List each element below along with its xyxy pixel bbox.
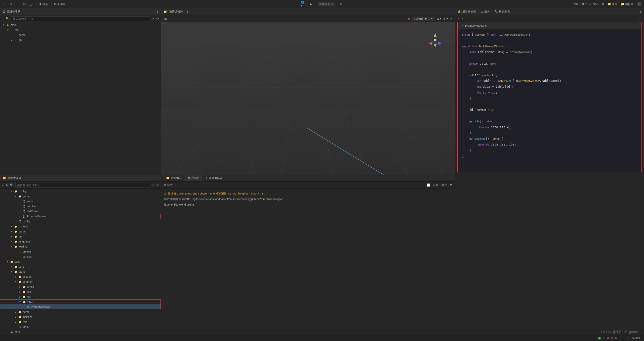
refresh-icon[interactable]: ⟳ [156,183,159,187]
tree-row[interactable]: ▫project [0,249,161,254]
tree-row[interactable]: ▾◆main [0,22,161,27]
add-icon[interactable]: + [2,17,4,20]
clear-button[interactable]: 🗑 清空 [164,183,173,187]
tree-row[interactable]: ▸▫gui [0,37,161,42]
inspector-bottom-empty [455,175,644,340]
tree-row[interactable]: ▸📁role [0,319,161,324]
hierarchy-tab[interactable]: ☰ 层级管理器 ≡ [0,8,161,15]
main-toolbar: + ⟳ ⛶ ▢ ◯ ◈ 锚点 ⬚ 局部坐标 🌐 ▾ ▶ 当前场景 ▾ ⟳ 192… [0,0,644,8]
tree-row[interactable]: { }NetCode [0,209,161,214]
filter-dd[interactable]: All ▾ [441,183,447,187]
menu-icon[interactable]: ≡ [157,177,158,180]
expand-icon[interactable]: ⤢ [639,17,641,20]
square-icon[interactable]: ▢ [22,2,27,6]
refresh-icon[interactable]: ⟳ [9,2,14,6]
tree-row[interactable]: ▸📁core [0,264,161,269]
code-body: import { JsonUtil } from "../../../core/… [458,29,641,172]
tab-console[interactable]: ▤ 控制台 [185,175,202,181]
world-icon[interactable]: 🌐 ▾ [301,2,305,6]
grid-icon[interactable]: ⊞ ▾ [437,17,441,20]
sort-icon[interactable]: ⇅ [6,183,8,187]
add-icon[interactable]: + [3,2,7,6]
tree-row[interactable]: ▸📁net [0,294,161,299]
filter-icon[interactable]: ⚑ [450,183,452,187]
help-icon[interactable]: ? [637,2,641,6]
tree-row[interactable]: ▾📁game [0,269,161,274]
scene-select[interactable]: 当前场景 ▾ [317,2,335,7]
tree-row[interactable]: ▾📁game [0,194,161,199]
tree-row[interactable]: TSMain [0,324,161,329]
refresh-icon[interactable]: ⟳ [156,17,159,20]
copy-icon[interactable]: ⧉ [602,3,604,6]
fwd-icon[interactable]: › [462,17,463,20]
expand-icon[interactable]: ⤢ [152,17,154,20]
tree-row[interactable]: ▸📁gui [0,234,161,239]
watermark: CSDN @dgflash_game [601,330,638,334]
assets-tab[interactable]: 📁 资源管理器 ≡ [0,175,161,182]
reload-icon[interactable]: ⟳ [339,2,343,6]
tab-preview[interactable]: 📁 资源预览 [164,175,184,181]
svg-point-21 [434,39,436,41]
menu-icon[interactable]: ≡ [640,10,641,13]
tree-row[interactable]: { }PromptWindow [0,214,161,219]
tree-row[interactable]: { }config [0,219,161,224]
status-err: ⊘ [611,336,613,340]
status-mem: ⬚ [627,336,629,340]
tree-row[interactable]: ▾📁script [0,259,161,264]
menu-icon[interactable]: ≡ [187,10,188,13]
tree-row[interactable]: ▾📁common [0,279,161,284]
mode-3d-button[interactable]: 3D [164,17,167,20]
hierarchy-tree: ▾◆main ▾▫root ▫game ▸▫gui [0,22,161,175]
project-menu[interactable]: 📁 项目 [608,2,617,6]
tree-row[interactable]: ▸📁account [0,274,161,279]
console-body: ⚠[Build] Unexpected: entry chunk name MG… [161,189,455,340]
tree-row[interactable]: ▫version [0,254,161,259]
tree-row[interactable]: ▸📁demo [0,309,161,314]
back-icon[interactable]: ‹ [458,17,459,20]
tree-row[interactable]: TSPromptWindow [0,304,161,309]
tree-row[interactable]: { }arms [0,199,161,204]
scene-viewport[interactable] [161,22,455,175]
target-icon[interactable]: ◯ [29,2,33,6]
search-icon[interactable]: 🔍 [10,183,13,187]
editor-menu[interactable]: 📁 编辑器 [621,2,633,6]
play-icon[interactable]: ▶ [309,2,313,6]
light-icon[interactable]: ◉ [408,17,410,20]
tree-row[interactable]: ▸📁language [0,239,161,244]
expand-icon[interactable]: ⤢ [152,183,154,187]
tree-row[interactable]: ▾📁config [0,189,161,194]
tree-row[interactable]: ▸📁initialize [0,314,161,319]
gear-icon[interactable]: ⚙ ▾ [443,17,448,20]
regex-check[interactable] [427,183,430,187]
menu-icon[interactable]: ≡ [157,10,158,13]
tree-row[interactable]: ▾📁table [0,299,161,304]
camera-dd[interactable]: Default De… ▾ [412,17,435,21]
tab-services[interactable]: ☁ 服务 [480,10,490,14]
tree-row[interactable]: ▫game [0,32,161,37]
status-bar: ⚠0 ⊘0 ⓘ1 ⬚64:399 [0,335,644,341]
tab-build[interactable]: 🔧 构建发布 [494,10,510,14]
menu-icon[interactable]: ≡ [451,177,452,180]
tree-row[interactable]: ▸📁content [0,224,161,229]
assets-search[interactable] [15,183,150,188]
tree-row[interactable]: ▸📁game [0,229,161,234]
local-coord-button[interactable]: ⬚ 局部坐标 [51,2,65,6]
anchor-button[interactable]: ◈ 锚点 [39,2,48,6]
scene-tab[interactable]: 📁 场景编辑器 ≡ [161,8,455,15]
tree-row[interactable]: ◆main [0,329,161,334]
tree-row[interactable]: { }herolvup [0,204,161,209]
tree-row[interactable]: ▸📁config [0,284,161,289]
tree-row[interactable]: ▸📁ecs [0,289,161,294]
add-icon[interactable]: + [2,184,4,187]
tree-row[interactable]: ▾▫root [0,27,161,32]
expand-icon[interactable]: ⤢ [450,17,452,20]
expand-icon[interactable]: ⛶ [16,2,20,6]
ip-label: 192.168.31.17:7456 [574,3,598,6]
status-info: ⓘ [619,336,621,340]
grid-svg [161,22,455,175]
search-icon[interactable]: 🔍 [6,17,9,20]
tree-row[interactable]: ▸📁loading [0,244,161,249]
tab-inspector[interactable]: 🔒 属性检查器 [458,10,476,14]
hierarchy-search[interactable] [11,16,150,21]
tab-anim[interactable]: ✦ 动画编辑器 [203,175,225,181]
